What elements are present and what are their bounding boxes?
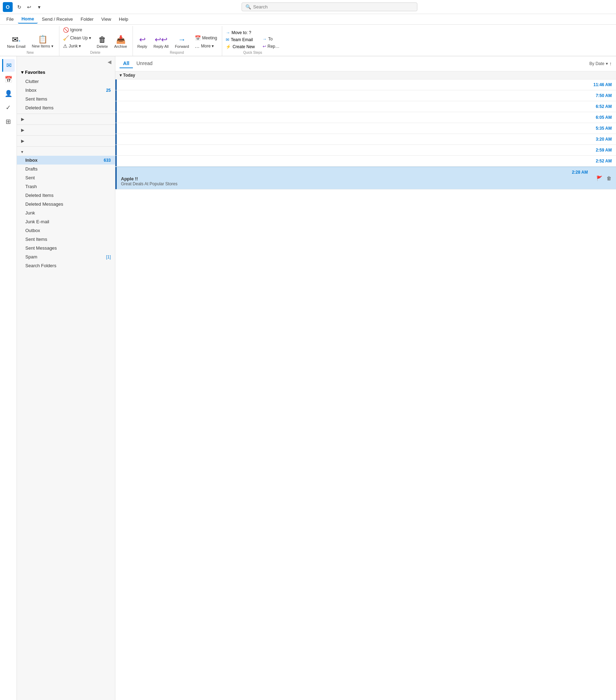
sidebar-item-sent-messages[interactable]: Sent Messages — [17, 244, 115, 252]
menu-folder[interactable]: Folder — [77, 15, 97, 23]
to-button[interactable]: → To — [261, 36, 282, 43]
move-to-button[interactable]: → Move to: ? — [224, 30, 257, 36]
sidebar-item-trash[interactable]: Trash — [17, 182, 115, 191]
more-icon: … — [195, 43, 200, 49]
sidebar-group3-expand[interactable]: ▶ — [17, 137, 115, 145]
delete-button-9[interactable]: 🗑 — [605, 174, 613, 182]
email-item-9[interactable]: 2:28 AM Apple !! Great Deals At Popular … — [115, 167, 616, 190]
email-content-2: 7:50 AM — [117, 90, 616, 101]
rep-icon: ↩ — [263, 44, 266, 49]
search-bar[interactable]: 🔍 — [242, 2, 417, 11]
ignore-icon: 🚫 — [63, 27, 69, 33]
clean-up-button[interactable]: 🧹 Clean Up ▾ — [61, 34, 93, 42]
sidebar-item-junk[interactable]: Junk — [17, 208, 115, 217]
junk-button[interactable]: ⚠ Junk ▾ — [61, 42, 93, 50]
sidebar-item-inbox-fav[interactable]: Inbox 25 — [17, 86, 115, 95]
inbox-main-badge: 633 — [104, 158, 111, 163]
sidebar-item-outbox[interactable]: Outbox — [17, 226, 115, 235]
sidebar-btn-mail[interactable]: ✉ — [2, 59, 15, 72]
sort-label: By Date — [589, 61, 604, 66]
refresh-icon[interactable]: ↻ — [15, 3, 23, 11]
flag-button-9[interactable]: 🚩 — [595, 174, 603, 182]
new-items-icon: 📋 — [38, 36, 47, 43]
ignore-button[interactable]: 🚫 Ignore — [61, 26, 93, 34]
main-content: ✉ 📅 👤 ✓ ⊞ ◀ ▾ Favorites Clutter Inbox 25… — [0, 56, 616, 700]
new-email-label: New Email — [7, 44, 26, 49]
section-arrow[interactable]: ▾ — [120, 73, 122, 78]
rep-label: Rep… — [268, 44, 280, 49]
email-time-4: 6:05 AM — [596, 115, 612, 120]
email-item-4[interactable]: 6:05 AM — [115, 112, 616, 123]
sidebar-collapse-button[interactable]: ◀ — [105, 58, 114, 66]
sidebar-item-drafts[interactable]: Drafts — [17, 165, 115, 173]
sidebar-item-deleted-fav[interactable]: Deleted Items — [17, 103, 115, 112]
menu-home[interactable]: Home — [18, 15, 38, 24]
sidebar-item-junk-email[interactable]: Junk E-mail — [17, 217, 115, 226]
undo-icon[interactable]: ↩ — [25, 3, 33, 11]
rep-button[interactable]: ↩ Rep… — [261, 43, 282, 50]
sidebar-btn-contacts[interactable]: 👤 — [2, 87, 15, 100]
sidebar-item-inbox-main[interactable]: Inbox 633 — [17, 156, 115, 165]
sort-direction[interactable]: ↑ — [609, 61, 612, 66]
menu-view[interactable]: View — [98, 15, 115, 23]
sidebar-item-deleted-items[interactable]: Deleted Items — [17, 191, 115, 200]
reply-all-button[interactable]: ↩↩ Reply All — [151, 34, 172, 50]
sidebar-btn-tasks[interactable]: ✓ — [2, 101, 15, 114]
email-time-2: 7:50 AM — [596, 93, 612, 98]
email-item-6[interactable]: 3:20 AM — [115, 134, 616, 145]
sidebar-item-spam[interactable]: Spam [1] — [17, 252, 115, 261]
archive-button[interactable]: 📥 Archive — [111, 34, 130, 50]
ribbon-respond-buttons: ↩ Reply ↩↩ Reply All → Forward 📅 Meeting… — [134, 26, 219, 50]
email-item-5[interactable]: 5:35 AM — [115, 123, 616, 134]
sidebar-item-sent[interactable]: Sent — [17, 173, 115, 182]
deleted-items-label: Deleted Items — [25, 193, 53, 198]
email-item-3[interactable]: 6:52 AM — [115, 101, 616, 112]
ribbon-respond-small: 📅 Meeting … More ▾ — [193, 34, 219, 50]
sidebar-btn-calendar[interactable]: 📅 — [2, 73, 15, 86]
new-email-button[interactable]: ✉+ New Email — [4, 34, 28, 50]
email-time-6: 3:20 AM — [596, 137, 612, 142]
group2-arrow: ▶ — [21, 128, 24, 133]
ignore-label: Ignore — [70, 27, 82, 32]
tab-all[interactable]: All — [120, 59, 133, 68]
tab-unread[interactable]: Unread — [133, 59, 156, 68]
delete-button[interactable]: 🗑 Delete — [94, 34, 111, 50]
sidebar-item-deleted-messages[interactable]: Deleted Messages — [17, 200, 115, 208]
title-bar: O ↻ ↩ ▾ 🔍 — [0, 0, 616, 14]
sidebar-item-sent-items[interactable]: Sent Items — [17, 235, 115, 244]
sidebar-main-expand[interactable]: ▾ — [17, 148, 115, 156]
create-new-icon: ⚡ — [226, 44, 231, 49]
email-item-8[interactable]: 2:52 AM — [115, 156, 616, 167]
email-item-2[interactable]: 7:50 AM — [115, 90, 616, 101]
search-input[interactable] — [253, 4, 413, 9]
email-content-6: 3:20 AM — [117, 134, 616, 145]
ribbon-delete-buttons: 🚫 Ignore 🧹 Clean Up ▾ ⚠ Junk ▾ 🗑 Delete … — [61, 26, 130, 50]
menu-file[interactable]: File — [3, 15, 17, 23]
menu-help[interactable]: Help — [115, 15, 132, 23]
sidebar-item-clutter[interactable]: Clutter — [17, 77, 115, 86]
email-item-1[interactable]: 11:46 AM — [115, 79, 616, 90]
team-email-label: Team Email — [231, 37, 253, 42]
team-email-button[interactable]: ✉ Team Email — [224, 37, 257, 43]
email-sort[interactable]: By Date ▾ ↑ — [589, 61, 612, 66]
favorites-header[interactable]: ▾ Favorites — [17, 68, 115, 77]
new-items-button[interactable]: 📋 New Items ▾ — [29, 34, 56, 50]
sidebar-item-sent-fav[interactable]: Sent Items — [17, 95, 115, 103]
forward-button[interactable]: → Forward — [172, 34, 192, 50]
more-button[interactable]: … More ▾ — [193, 42, 219, 50]
email-item-7[interactable]: 2:59 AM — [115, 145, 616, 156]
customize-icon[interactable]: ▾ — [35, 3, 43, 11]
reply-button[interactable]: ↩ Reply — [134, 34, 150, 50]
reply-all-icon: ↩↩ — [155, 36, 167, 44]
title-bar-actions: ↻ ↩ ▾ — [15, 3, 43, 11]
sidebar-btn-apps[interactable]: ⊞ — [2, 115, 15, 128]
deleted-fav-label: Deleted Items — [25, 105, 53, 110]
meeting-button[interactable]: 📅 Meeting — [193, 34, 219, 42]
sidebar-group1-expand[interactable]: ▶ — [17, 115, 115, 123]
sidebar-item-search-folders[interactable]: Search Folders — [17, 261, 115, 270]
favorites-label: Favorites — [25, 70, 45, 75]
trash-label: Trash — [25, 184, 37, 189]
create-new-button[interactable]: ⚡ Create New — [224, 44, 257, 50]
menu-send-receive[interactable]: Send / Receive — [38, 15, 76, 23]
sidebar-group2-expand[interactable]: ▶ — [17, 126, 115, 134]
